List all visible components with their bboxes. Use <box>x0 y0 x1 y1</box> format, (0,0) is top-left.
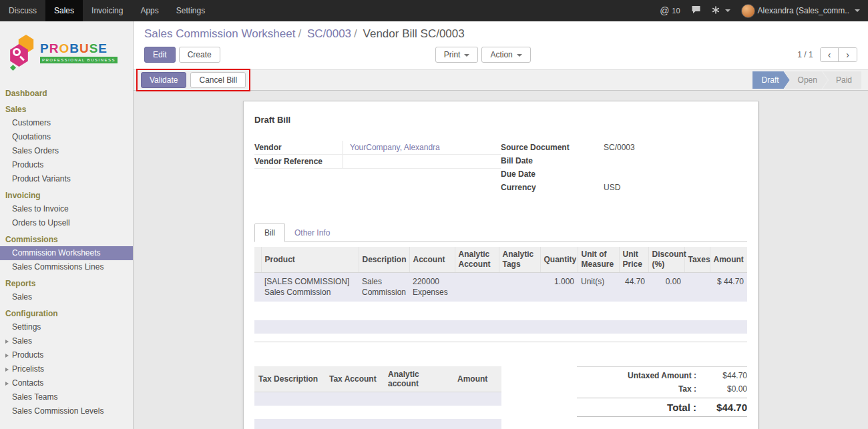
sidebar-item-sales-orders[interactable]: Sales Orders <box>0 144 133 158</box>
tax-row: Tax : $0.00 <box>577 382 747 396</box>
col-discount: Discount (%) <box>648 247 684 273</box>
pager-buttons: ‹ › <box>820 47 857 62</box>
state-paid[interactable]: Paid <box>823 71 861 89</box>
expand-arrow-icon <box>5 368 9 372</box>
sidebar-item-label: Contacts <box>12 378 43 388</box>
sidebar-item-quotations[interactable]: Quotations <box>0 130 133 144</box>
menu-invoicing[interactable]: Invoicing <box>83 0 132 21</box>
tax-table: Tax Description Tax Account Analytic acc… <box>254 366 501 392</box>
menu-apps[interactable]: Apps <box>132 0 167 21</box>
col-quantity: Quantity <box>540 247 578 273</box>
tab-other-info[interactable]: Other Info <box>285 224 339 242</box>
sidebar-item-config-contacts[interactable]: Contacts <box>0 376 133 390</box>
create-button[interactable]: Create <box>179 47 220 63</box>
pager-next-button[interactable]: › <box>838 48 857 61</box>
sidebar-item-config-sales[interactable]: Sales <box>0 334 133 348</box>
menu-discuss[interactable]: Discuss <box>0 0 45 21</box>
table-header-row: Product Description Account Analytic Acc… <box>254 247 747 273</box>
tax-table-header-row: Tax Description Tax Account Analytic acc… <box>254 366 501 392</box>
pager-prev-button[interactable]: ‹ <box>821 48 839 61</box>
sidebar-item-product-variants[interactable]: Product Variants <box>0 172 133 186</box>
activity-menu-button[interactable] <box>712 6 730 16</box>
field-source-document: Source Document SC/0003 <box>501 141 747 154</box>
sidebar-item-customers[interactable]: Customers <box>0 116 133 130</box>
cell-unit-price: 44.70 <box>619 273 648 302</box>
breadcrumb-link-worksheet[interactable]: Sales Commission Worksheet <box>144 27 295 40</box>
sidebar-item-sales-teams[interactable]: Sales Teams <box>0 390 133 404</box>
edit-create-group: Edit Create <box>144 47 220 63</box>
cell-amount: $ 44.70 <box>710 273 747 302</box>
totals-block: Untaxed Amount : $44.70 Tax : $0.00 Tota… <box>577 366 747 429</box>
menu-sales[interactable]: Sales <box>45 0 83 21</box>
currency-label: Currency <box>501 181 597 194</box>
field-group-left: Vendor YourCompany, Alexandra Vendor Ref… <box>254 141 501 194</box>
untaxed-amount-value: $44.70 <box>703 371 747 380</box>
print-dropdown-button[interactable]: Print <box>435 47 479 63</box>
sidebar-item-orders-to-upsell[interactable]: Orders to Upsell <box>0 216 133 230</box>
expand-arrow-icon <box>5 340 9 344</box>
brand-tagline: PROFESSIONAL BUSINESS <box>40 57 118 63</box>
empty-line-stripe <box>254 320 747 334</box>
caret-down-icon <box>725 9 730 12</box>
sidebar-item-sales-commission-levels[interactable]: Sales Commission Levels <box>0 404 133 418</box>
diamond-green-icon <box>10 65 16 71</box>
mention-icon: @ <box>660 5 669 16</box>
col-account: Account <box>409 247 455 273</box>
cell-analytic-account <box>455 273 499 302</box>
field-due-date: Due Date <box>501 167 747 181</box>
validate-button[interactable]: Validate <box>141 72 186 88</box>
systray: @ 10 Alexandra (Sales_comm.. <box>660 0 868 21</box>
empty-tax-stripe <box>254 392 501 406</box>
main-content: Sales Commission Worksheet/ SC/0003/ Ven… <box>134 21 868 429</box>
col-handle <box>254 247 261 273</box>
col-unit-of-measure: Unit of Measure <box>578 247 619 273</box>
col-analytic-tags: Analytic Tags <box>499 247 540 273</box>
sidebar-section-configuration[interactable]: Configuration <box>0 306 133 320</box>
field-bill-date: Bill Date <box>501 154 747 167</box>
col-taxes: Taxes <box>684 247 710 273</box>
vendor-value[interactable]: YourCompany, Alexandra <box>343 141 501 154</box>
notebook-tabs: Bill Other Info <box>254 224 747 242</box>
avatar <box>741 4 755 18</box>
cell-description: Sales Commission <box>359 273 409 302</box>
col-tax-amount: Amount <box>453 366 501 392</box>
state-draft[interactable]: Draft <box>752 71 790 89</box>
action-label: Action <box>490 50 512 59</box>
mention-count: 10 <box>672 7 680 15</box>
sidebar-item-config-pricelists[interactable]: Pricelists <box>0 362 133 376</box>
chat-button[interactable] <box>691 5 701 16</box>
tab-bill[interactable]: Bill <box>254 224 285 242</box>
tax-value: $0.00 <box>703 384 747 394</box>
user-menu[interactable]: Alexandra (Sales_comm.. <box>741 4 860 18</box>
col-amount: Amount <box>710 247 747 273</box>
sidebar-section-reports[interactable]: Reports <box>0 276 133 290</box>
sidebar-item-products[interactable]: Products <box>0 158 133 172</box>
sidebar-section-commissions[interactable]: Commissions <box>0 232 133 246</box>
col-tax-analytic-account: Analytic account <box>384 366 453 392</box>
breadcrumb-current: Vendor Bill SC/0003 <box>363 27 465 40</box>
sidebar-item-config-products[interactable]: Products <box>0 348 133 362</box>
sidebar-section-sales[interactable]: Sales <box>0 102 133 116</box>
due-date-value <box>597 167 747 180</box>
menu-settings[interactable]: Settings <box>168 0 214 21</box>
star-icon <box>712 6 720 16</box>
sidebar-item-dashboard[interactable]: Dashboard <box>0 86 133 100</box>
sidebar-item-config-settings[interactable]: Settings <box>0 320 133 334</box>
brand-name: PROBUSE <box>40 42 118 55</box>
sidebar-item-sales-to-invoice[interactable]: Sales to Invoice <box>0 202 133 216</box>
section-divider <box>254 342 747 342</box>
table-row[interactable]: [SALES COMMISSION] Sales Commission Sale… <box>254 273 747 302</box>
breadcrumb-link-record[interactable]: SC/0003 <box>307 27 351 40</box>
form-title: Draft Bill <box>254 115 747 125</box>
total-label: Total : <box>667 402 696 413</box>
sidebar-item-reports-sales[interactable]: Sales <box>0 290 133 304</box>
edit-button[interactable]: Edit <box>144 47 176 63</box>
sidebar-item-sales-commissions-lines[interactable]: Sales Commissions Lines <box>0 260 133 274</box>
action-dropdown-button[interactable]: Action <box>481 47 530 63</box>
state-open[interactable]: Open <box>785 71 828 89</box>
cancel-bill-button[interactable]: Cancel Bill <box>190 72 246 88</box>
expand-arrow-icon <box>5 382 9 386</box>
sidebar-section-invoicing[interactable]: Invoicing <box>0 188 133 202</box>
mentions-button[interactable]: @ 10 <box>660 5 680 16</box>
sidebar-item-commission-worksheets[interactable]: Commission Worksheets <box>0 246 133 260</box>
